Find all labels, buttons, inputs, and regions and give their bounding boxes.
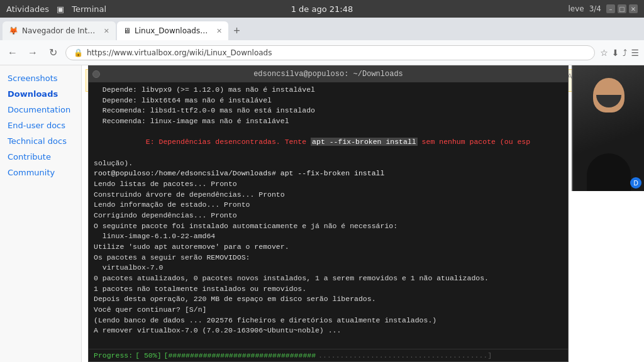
term-line-2: Depende: libxt6t64 mas não é instalável bbox=[94, 96, 563, 106]
term-line-20: (Lendo banco de dados ... 202576 ficheir… bbox=[94, 315, 563, 326]
error-prefix: E: Dependências desencontradas. Tente bbox=[146, 138, 311, 146]
firefox-tab-icon: 🦊 bbox=[9, 26, 18, 35]
url-text: https://www.virtualbox.org/wiki/Linux_Do… bbox=[87, 48, 272, 57]
sidebar-item-technical-docs[interactable]: Technical docs bbox=[0, 133, 81, 149]
progress-bar-dots: .......................................] bbox=[318, 351, 492, 359]
term-line-error: E: Dependências desencontradas. Tente ap… bbox=[94, 127, 563, 158]
terminal-progress-bar: Progress: [ 50%] [######################… bbox=[89, 349, 568, 361]
term-line-19: Você quer continuar? [S/n] bbox=[94, 305, 563, 315]
person-body bbox=[587, 153, 631, 191]
firefox-tab-close[interactable]: ✕ bbox=[104, 27, 109, 35]
term-line-21: A remover virtualbox-7.0 (7.0.20-163906~… bbox=[94, 326, 563, 336]
progress-bar-filled: [################################## bbox=[164, 351, 316, 359]
virtualbox-tab-icon: 🖥 bbox=[123, 26, 131, 35]
system-bar-right: leve 3/4 – □ ✕ bbox=[568, 4, 638, 13]
term-line-solucao: solução). bbox=[94, 158, 563, 169]
sidebar-item-community[interactable]: Community bbox=[0, 165, 81, 180]
address-actions: ☆ ⬇ ⤴ ☰ bbox=[600, 48, 639, 58]
term-line-10: Corrigindo dependências... Pronto bbox=[94, 211, 563, 221]
error-suffix: sem nenhum pacote (ou esp bbox=[418, 138, 530, 146]
tab-bar: 🦊 Navegador de Internet G... ✕ 🖥 Linux_D… bbox=[0, 18, 644, 40]
download-icon[interactable]: ⬇ bbox=[612, 48, 619, 58]
lock-icon: 🔒 bbox=[74, 48, 83, 57]
term-line-11: O seguinte pacote foi instalado automati… bbox=[94, 221, 563, 232]
app-name-label: Terminal bbox=[72, 4, 106, 14]
terminal-title: edsoncsilva@populoso: ~/Downloads bbox=[253, 70, 403, 79]
progress-percent-text: [ 50%] bbox=[135, 351, 161, 359]
term-line-18: Depois desta operação, 220 MB de espaço … bbox=[94, 294, 563, 305]
virtualbox-tab-title: Linux_Downloads – Oracl... bbox=[135, 26, 210, 35]
browser-window: 🦊 Navegador de Internet G... ✕ 🖥 Linux_D… bbox=[0, 18, 644, 362]
bookmark-icon[interactable]: ☆ bbox=[600, 48, 608, 58]
firefox-tab-title: Navegador de Internet G... bbox=[22, 26, 97, 35]
terminal-resize-button[interactable] bbox=[92, 70, 100, 78]
term-line-17: 1 pacotes não totalmente instalados ou r… bbox=[94, 284, 563, 295]
term-line-16: 0 pacotes atualizados, 0 pacotes novos i… bbox=[94, 273, 563, 284]
forward-button[interactable]: → bbox=[25, 45, 40, 60]
terminal-body[interactable]: Depende: libvpx9 (>= 1.12.0) mas não é i… bbox=[89, 82, 568, 349]
sidebar: Screenshots Downloads Documentation End-… bbox=[0, 65, 82, 362]
reload-button[interactable]: ↻ bbox=[45, 45, 60, 60]
term-line-3: Recomenda: libsd1-ttf2.0-0 mas não está … bbox=[94, 106, 563, 116]
share-icon[interactable]: ⤴ bbox=[623, 48, 627, 58]
sidebar-item-end-user-docs[interactable]: End-user docs bbox=[0, 118, 81, 133]
system-bar: Atividades ▣ Terminal 1 de ago 21:48 lev… bbox=[0, 0, 644, 18]
terminal-titlebar-buttons bbox=[92, 70, 100, 78]
progress-label: Progress: bbox=[94, 351, 133, 359]
terminal-icon: ▣ bbox=[57, 4, 64, 14]
term-line-14: Os pacotes a seguir serão REMOVIDOS: bbox=[94, 253, 563, 263]
minimize-button[interactable]: – bbox=[606, 4, 615, 13]
term-line-9: Lendo informação de estado... Pronto bbox=[94, 200, 563, 211]
webcam-person bbox=[573, 65, 644, 191]
webcam-icon: D bbox=[630, 177, 641, 189]
activities-label[interactable]: Atividades bbox=[6, 4, 49, 14]
menu-icon[interactable]: ☰ bbox=[631, 48, 639, 58]
term-line-7: Lendo listas de pacotes... Pronto bbox=[94, 179, 563, 190]
error-command-highlight: apt --fix-broken install bbox=[311, 138, 418, 146]
system-bar-left: Atividades ▣ Terminal bbox=[6, 4, 106, 14]
sidebar-item-contribute[interactable]: Contribute bbox=[0, 149, 81, 165]
url-bar[interactable]: 🔒 https://www.virtualbox.org/wiki/Linux_… bbox=[65, 45, 595, 60]
browser-content: Screenshots Downloads Documentation End-… bbox=[0, 65, 644, 362]
webcam-overlay: D bbox=[572, 65, 644, 191]
term-line-4: Recomenda: linux-image mas não é instalá… bbox=[94, 116, 563, 127]
terminal-window: edsoncsilva@populoso: ~/Downloads Depend… bbox=[88, 65, 569, 362]
person-beard bbox=[596, 95, 621, 107]
term-line-prompt: root@populoso:/home/edsoncsilva/Download… bbox=[94, 168, 563, 179]
person-head bbox=[593, 78, 625, 112]
restore-button[interactable]: □ bbox=[618, 4, 626, 13]
tab-firefox[interactable]: 🦊 Navegador de Internet G... ✕ bbox=[3, 21, 116, 40]
datetime-label: 1 de ago 21:48 bbox=[291, 4, 353, 14]
window-controls: – □ ✕ bbox=[606, 4, 638, 13]
term-line-1: Depende: libvpx9 (>= 1.12.0) mas não é i… bbox=[94, 85, 563, 96]
user-label: leve bbox=[568, 4, 584, 13]
term-line-12: linux-image-6.1.0-22-amd64 bbox=[94, 231, 563, 242]
back-button[interactable]: ← bbox=[5, 45, 20, 60]
term-line-15: virtualbox-7.0 bbox=[94, 263, 563, 273]
page-count-label: 3/4 bbox=[589, 4, 601, 13]
sidebar-item-downloads[interactable]: Downloads bbox=[0, 86, 81, 102]
virtualbox-tab-close[interactable]: ✕ bbox=[216, 27, 222, 35]
tab-virtualbox[interactable]: 🖥 Linux_Downloads – Oracl... ✕ bbox=[117, 21, 228, 40]
main-content: NOTE: The package architecture has to ma… bbox=[82, 65, 644, 362]
term-line-13: Utilize 'sudo apt autoremove' para o rem… bbox=[94, 242, 563, 253]
new-tab-button[interactable]: + bbox=[230, 21, 244, 40]
close-button[interactable]: ✕ bbox=[629, 4, 638, 13]
sidebar-item-documentation[interactable]: Documentation bbox=[0, 102, 81, 118]
terminal-titlebar: edsoncsilva@populoso: ~/Downloads bbox=[89, 66, 568, 82]
sidebar-item-screenshots[interactable]: Screenshots bbox=[0, 70, 81, 86]
address-bar: ← → ↻ 🔒 https://www.virtualbox.org/wiki/… bbox=[0, 40, 644, 65]
term-line-8: Construindo árvore de dependências... Pr… bbox=[94, 190, 563, 200]
progress-inner: Progress: [ 50%] [######################… bbox=[94, 351, 563, 359]
